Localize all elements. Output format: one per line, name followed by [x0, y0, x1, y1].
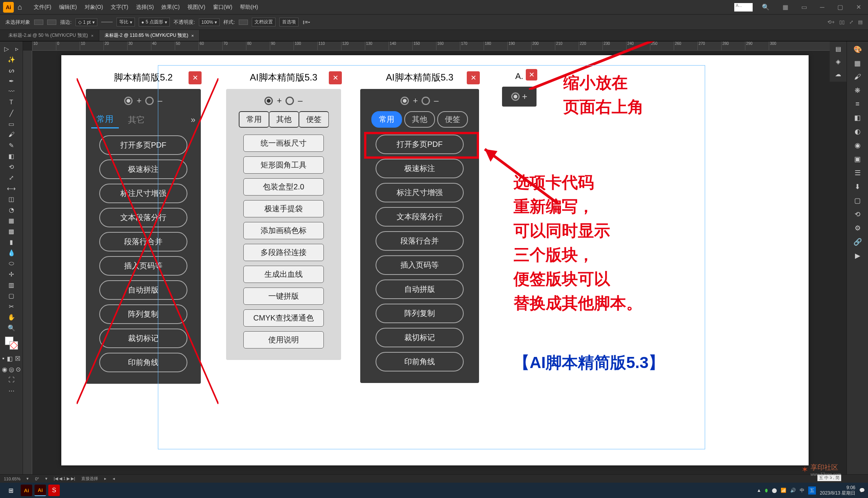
none-mode-icon[interactable]: ☒	[15, 355, 20, 362]
lasso-tool-icon[interactable]: ᔕ	[7, 65, 16, 75]
script-button[interactable]: 裁切标记	[376, 328, 464, 347]
script-button[interactable]: 印前角线	[99, 353, 187, 372]
mesh-tool-icon[interactable]: ▩	[7, 226, 16, 236]
eraser-tool-icon[interactable]: ◧	[7, 151, 16, 161]
asset-export-panel-icon[interactable]: ⬇	[855, 182, 860, 191]
prefs-button[interactable]: 首选项	[279, 18, 299, 26]
tray-icon[interactable]: ▲	[756, 488, 761, 493]
tab-other[interactable]: 其他	[404, 111, 435, 128]
stroke-swatch[interactable]	[47, 20, 56, 25]
script-button[interactable]: 文本段落分行	[99, 208, 187, 227]
graph-tool-icon[interactable]: ▥	[7, 280, 16, 290]
script-button[interactable]: 多段路径连接	[243, 244, 324, 261]
system-clock[interactable]: 9:06 2023/8/13 星期日	[820, 485, 855, 496]
taskbar-ai-active-icon[interactable]: Ai	[34, 485, 46, 496]
radio-selected-icon[interactable]	[264, 97, 273, 105]
scale-tool-icon[interactable]: ⤢	[7, 173, 16, 182]
arrange-icon[interactable]: ▦	[779, 3, 792, 11]
draw-inside-icon[interactable]: ⊙	[16, 366, 21, 373]
script-button[interactable]: 极速标注	[99, 159, 187, 179]
artboards-panel-icon[interactable]: ▢	[854, 196, 861, 205]
brush-dropdown[interactable]: ●5 点圆形▾	[139, 18, 170, 26]
tab-common[interactable]: 常用	[371, 111, 402, 128]
menu-effect[interactable]: 效果(C)	[158, 4, 183, 11]
brush-tool-icon[interactable]: 🖌	[7, 130, 16, 140]
snap-icon[interactable]: ⟲+	[827, 19, 835, 25]
free-transform-tool-icon[interactable]: ◫	[7, 194, 16, 204]
gradient-panel-icon[interactable]: ◧	[854, 113, 861, 122]
screen-mode-icon[interactable]: ⛶	[7, 375, 16, 385]
rotation[interactable]: 0°	[35, 477, 39, 481]
tray-volume-icon[interactable]: 🔊	[790, 488, 796, 493]
home-icon[interactable]: ⌂	[18, 3, 22, 12]
tray-ime-icon[interactable]: 五	[808, 486, 816, 495]
slice-tool-icon[interactable]: ✂	[7, 301, 16, 311]
actions-panel-icon[interactable]: ⚙	[855, 224, 861, 232]
start-button[interactable]: ⊞	[3, 484, 18, 496]
style-swatch[interactable]	[239, 20, 248, 25]
chevron-right-icon[interactable]: »	[191, 115, 195, 125]
panel-close-button[interactable]: ✕	[467, 71, 480, 84]
menu-help[interactable]: 帮助(H)	[236, 4, 262, 11]
stroke-panel-icon[interactable]: ≡	[855, 100, 860, 108]
fill-swatch[interactable]	[34, 20, 43, 25]
radio-icon[interactable]	[286, 97, 294, 105]
script-button[interactable]: 阵列复制	[376, 304, 464, 323]
script-button[interactable]: 包装盒型2.0	[243, 178, 324, 196]
panel-close-button[interactable]: ✕	[329, 71, 342, 84]
panel-close-button[interactable]: ✕	[526, 69, 537, 81]
edit-toolbar-icon[interactable]: ⋯	[7, 386, 16, 396]
expand-icon[interactable]: ⤢	[849, 19, 853, 25]
script-button[interactable]: 文本段落分行	[376, 207, 464, 227]
maximize-icon[interactable]: ▢	[834, 3, 847, 11]
align-icon[interactable]: ⫿≡▾	[302, 19, 311, 25]
tab-close-icon[interactable]: ×	[91, 33, 94, 38]
script-button[interactable]: CMYK查找潘通色	[243, 309, 324, 327]
brushes-panel-icon[interactable]: 🖌	[854, 73, 861, 81]
symbols-panel-icon[interactable]: ❋	[855, 86, 860, 95]
radio-selected-icon[interactable]	[124, 97, 133, 105]
color-swatches[interactable]	[5, 337, 18, 350]
script-button[interactable]: 阵列复制	[99, 304, 187, 324]
gradient-mode-icon[interactable]: ◧	[7, 355, 13, 362]
script-button[interactable]: 标注尺寸增强	[376, 183, 464, 202]
tab-common[interactable]: 常用	[239, 111, 269, 128]
fill-mode-icon[interactable]: ▪	[2, 355, 5, 362]
tray-icon[interactable]: ⬤	[772, 488, 777, 493]
script-button[interactable]: 统一画板尺寸	[243, 135, 324, 152]
panel-close-button[interactable]: ✕	[189, 71, 202, 84]
script-button[interactable]: 插入页码等	[376, 255, 464, 275]
radio-selected-icon[interactable]	[400, 97, 409, 105]
tray-wifi-icon[interactable]: 📶	[781, 488, 786, 493]
swatches-panel-icon[interactable]: ▦	[854, 59, 861, 67]
history-panel-icon[interactable]: ⟲	[855, 210, 860, 219]
taskbar-app-icon[interactable]: S	[48, 485, 60, 496]
zoom-tool-icon[interactable]: 🔍	[7, 323, 16, 333]
rectangle-tool-icon[interactable]: ▭	[7, 119, 16, 129]
menu-edit[interactable]: 编辑(E)	[55, 4, 81, 11]
script-button[interactable]: 段落行合并	[99, 232, 187, 251]
grid-icon[interactable]: ▯▯	[839, 19, 845, 25]
script-button[interactable]: 极速标注	[376, 159, 464, 178]
script-button[interactable]: 自动拼版	[99, 280, 187, 300]
script-button[interactable]: 印前角线	[376, 352, 464, 371]
hand-tool-icon[interactable]: ✋	[7, 312, 16, 322]
width-tool-icon[interactable]: ⟷	[7, 183, 16, 193]
menu-type[interactable]: 文字(T)	[107, 4, 132, 11]
notifications-icon[interactable]: 💬	[859, 488, 865, 493]
selection-tool-icon[interactable]: ▷	[4, 45, 9, 53]
doc-tab-1[interactable]: 未标题-2.ai @ 50 % (CMYK/CPU 预览)×	[3, 30, 99, 41]
minimize-icon[interactable]: ─	[816, 4, 828, 11]
transparency-panel-icon[interactable]: ◐	[855, 127, 861, 136]
tab-close-icon[interactable]: ×	[191, 33, 194, 38]
tab-common[interactable]: 常用	[91, 111, 119, 128]
tab-other[interactable]: 其它	[123, 112, 150, 128]
script-button[interactable]: 插入页码等	[99, 256, 187, 276]
graphic-styles-panel-icon[interactable]: ▣	[854, 155, 861, 163]
shaper-tool-icon[interactable]: ✎	[7, 140, 16, 150]
perspective-tool-icon[interactable]: ▦	[7, 215, 16, 225]
shape-builder-tool-icon[interactable]: ◔	[7, 205, 16, 215]
layers-panel-icon[interactable]: ◈	[836, 58, 840, 65]
script-button[interactable]: 一键拼版	[243, 288, 324, 305]
menu-view[interactable]: 视图(V)	[184, 4, 209, 11]
